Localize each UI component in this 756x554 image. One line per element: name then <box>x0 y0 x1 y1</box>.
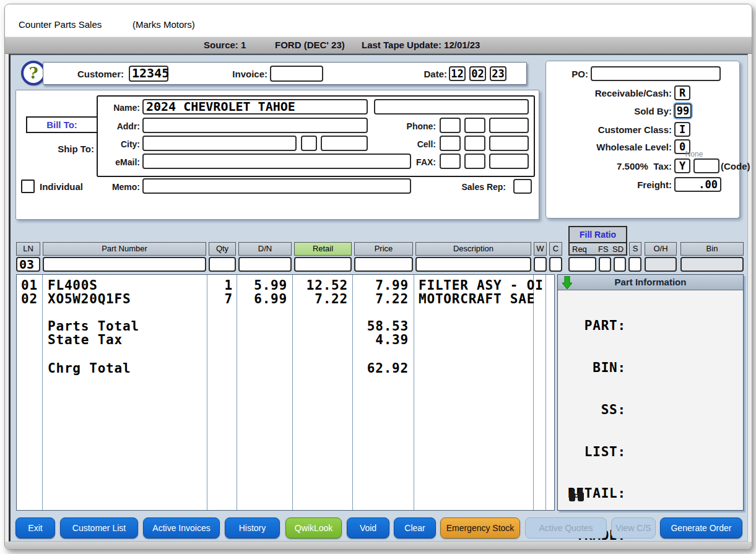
date-day-input[interactable]: 02 <box>469 66 486 81</box>
col-header-s: S <box>629 242 641 256</box>
sales-rep-label: Sales Rep: <box>444 180 506 195</box>
total-label: State Tax <box>48 333 123 347</box>
entry-sd-input[interactable] <box>614 257 626 272</box>
entry-req-input[interactable] <box>568 257 596 272</box>
freight-input[interactable]: .00 <box>674 177 721 192</box>
history-button[interactable]: History <box>225 517 280 539</box>
phone-input-3[interactable] <box>489 118 529 133</box>
date-month-input[interactable]: 12 <box>449 66 466 81</box>
grid-line <box>292 275 293 510</box>
phone-input-1[interactable] <box>440 118 461 133</box>
receivable-cash-input[interactable]: R <box>674 85 690 100</box>
title-bar: Counter Parts Sales (Marks Motors) <box>5 4 752 37</box>
entry-s-input[interactable] <box>628 257 641 272</box>
wholesale-level-label: Wholesale Level: <box>546 139 672 155</box>
fax-input-3[interactable] <box>489 154 529 169</box>
cell-input-3[interactable] <box>489 136 529 151</box>
name2-input[interactable] <box>374 99 529 115</box>
cell-description: FILTER ASY - OI <box>419 279 544 292</box>
freight-label: Freight: <box>546 177 672 193</box>
entry-description-input[interactable] <box>415 257 531 272</box>
grid-line <box>352 275 353 510</box>
entry-oh-field <box>645 257 677 272</box>
entry-ln-input[interactable]: 03 <box>16 257 40 272</box>
entry-w-input[interactable] <box>534 257 547 272</box>
cell-input-1[interactable] <box>440 136 461 151</box>
grid-line <box>533 275 534 510</box>
memo-input[interactable] <box>142 178 411 194</box>
customer-class-label: Customer Class: <box>546 122 672 137</box>
entry-retail-input[interactable] <box>294 257 352 272</box>
part-info-title: Part Information <box>615 277 687 287</box>
col-header-ln: LN <box>16 242 40 256</box>
cell-price: 7.99 <box>359 279 409 292</box>
city-state-input[interactable] <box>301 136 317 151</box>
fax-input-2[interactable] <box>464 154 485 169</box>
entry-qty-input[interactable] <box>209 257 236 272</box>
sales-rep-input[interactable] <box>513 179 532 194</box>
main-area: ? Customer: 12345 Invoice: Date: 12 02 2… <box>9 54 748 542</box>
part-info-label: SS: <box>558 403 626 417</box>
tax-code-input[interactable] <box>693 158 719 173</box>
individual-checkbox[interactable] <box>21 180 35 193</box>
grid-body: 01 FL400S 1 5.99 12.52 7.99 FILTER ASY -… <box>16 274 555 511</box>
customer-label: Customer: <box>43 66 124 82</box>
phone-input-2[interactable] <box>464 118 485 133</box>
help-icon[interactable]: ? <box>21 61 46 85</box>
customer-input[interactable]: 12345 <box>129 66 168 82</box>
total-value: 4.39 <box>359 333 409 347</box>
entry-part-input[interactable] <box>43 257 206 272</box>
cell-price: 7.22 <box>359 292 409 306</box>
window-footer <box>5 542 752 549</box>
exit-button[interactable]: Exit <box>15 517 55 539</box>
screen: Counter Parts Sales (Marks Motors) Sourc… <box>0 0 756 554</box>
addr-input[interactable] <box>142 118 368 133</box>
binoculars-icon[interactable] <box>568 488 585 504</box>
clear-button[interactable]: Clear <box>394 517 436 539</box>
emergency-stock-button[interactable]: Emergency Stock <box>440 517 520 539</box>
green-down-arrow-icon <box>562 276 572 289</box>
city-input[interactable] <box>142 136 297 151</box>
total-value: 62.92 <box>359 361 409 375</box>
invoice-input[interactable] <box>270 66 323 82</box>
bill-to-tab[interactable]: Bill To: <box>26 116 98 133</box>
void-button[interactable]: Void <box>347 517 389 539</box>
entry-fs-input[interactable] <box>599 257 611 272</box>
grid-line <box>545 275 546 510</box>
qwiklook-button[interactable]: QwikLook <box>285 517 342 539</box>
active-invoices-button[interactable]: Active Invoices <box>143 517 220 539</box>
name-input[interactable]: 2024 CHEVROLET TAHOE <box>142 99 368 115</box>
col-header-c: C <box>549 242 562 256</box>
cell-input-2[interactable] <box>464 136 485 151</box>
email-input[interactable] <box>142 154 411 169</box>
part-info-label: BIN: <box>558 361 626 375</box>
name-label: Name: <box>78 100 140 116</box>
sold-by-input[interactable]: 99 <box>674 103 692 118</box>
customer-class-input[interactable]: I <box>674 122 690 137</box>
cell-part: FL400S <box>48 279 98 292</box>
col-header-qty: Qty <box>209 242 236 256</box>
po-input[interactable] <box>591 66 721 81</box>
generate-order-button[interactable]: Generate Order <box>660 517 742 539</box>
grid-line <box>414 275 414 510</box>
last-tape-update-label: Last Tape Update: 12/01/23 <box>362 37 480 53</box>
entry-price-input[interactable] <box>354 257 413 272</box>
tax-rate-tax-label: 7.500% Tax: <box>546 158 672 174</box>
entry-dn-input[interactable] <box>238 257 292 272</box>
total-label: Parts Total <box>48 319 139 333</box>
totals-row: Parts Total 58.53 <box>17 319 554 333</box>
cell-qty: 1 <box>202 279 233 292</box>
col-header-price: Price <box>354 242 413 256</box>
fax-input-1[interactable] <box>440 154 461 169</box>
memo-label: Memo: <box>78 180 140 195</box>
entry-bin-field <box>680 257 744 272</box>
date-year-input[interactable]: 23 <box>490 66 506 81</box>
city-zip-input[interactable] <box>321 136 368 151</box>
col-header-dn: D/N <box>238 242 292 256</box>
individual-label: Individual <box>40 179 83 194</box>
order-settings-panel: PO: Receivable/Cash: R Sold By: 99 Custo… <box>545 61 740 219</box>
customer-list-button[interactable]: Customer List <box>60 517 138 539</box>
tax-rate-label: 7.500% <box>617 161 648 171</box>
tax-flag-input[interactable]: Y <box>674 158 690 173</box>
entry-c-input[interactable] <box>549 257 562 272</box>
